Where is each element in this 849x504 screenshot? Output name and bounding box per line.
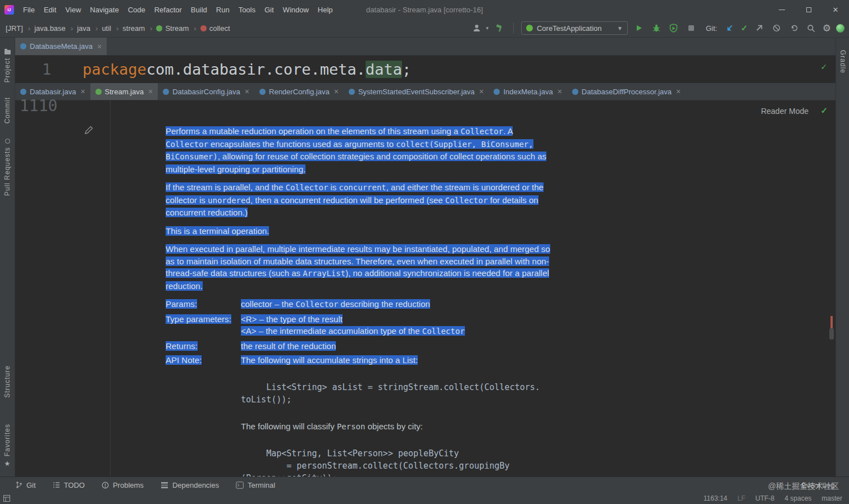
toolwindow-button[interactable]: Commit bbox=[3, 97, 11, 123]
rollback-icon[interactable] bbox=[788, 22, 800, 34]
todo-toolwindow-button[interactable]: TODO bbox=[53, 481, 85, 489]
statusbar-widget[interactable]: 4 spaces bbox=[784, 494, 811, 502]
editor-tab[interactable]: DatabasirConfig.java × bbox=[158, 83, 254, 100]
no-entry-icon[interactable] bbox=[770, 22, 783, 34]
update-project-icon[interactable] bbox=[723, 22, 736, 34]
breadcrumb-item[interactable]: Stream bbox=[146, 23, 190, 34]
editor-gutter[interactable]: 1110 bbox=[15, 100, 111, 476]
doc-returns-label: Returns: bbox=[166, 341, 198, 351]
menu-item[interactable]: Edit bbox=[39, 3, 61, 16]
breadcrumb-item[interactable]: [JRT] bbox=[4, 23, 24, 34]
menu-item[interactable]: Refactor bbox=[150, 3, 186, 16]
toolwindow-button[interactable]: Pull Requests bbox=[3, 139, 11, 196]
top-editor-line[interactable]: 1 package com.databasir.core.meta.data; … bbox=[15, 56, 836, 83]
doc-apinote-row: API Note: The following will accumulate … bbox=[166, 354, 592, 366]
tab-close-icon[interactable]: × bbox=[676, 88, 681, 95]
run-config-select[interactable]: CoreTestApplication ▼ bbox=[521, 21, 628, 35]
minimize-button[interactable] bbox=[768, 0, 795, 19]
editor-tab[interactable]: RenderConfig.java × bbox=[254, 83, 344, 100]
statusbar-widget[interactable]: UTF-8 bbox=[755, 494, 774, 502]
doc-paragraph: This is a terminal operation. bbox=[166, 225, 556, 237]
close-button[interactable]: ✕ bbox=[822, 0, 849, 19]
run-icon[interactable] bbox=[633, 22, 645, 34]
editor-tab[interactable]: DatabaseMeta.java × bbox=[15, 38, 107, 55]
dependencies-toolwindow-button[interactable]: Dependencies bbox=[161, 481, 219, 489]
doc-code-block: List<String> asList = stringStream.colle… bbox=[241, 381, 819, 406]
maximize-button[interactable] bbox=[795, 0, 822, 19]
menu-item[interactable]: Help bbox=[313, 3, 337, 16]
git-toolwindow-button[interactable]: Git bbox=[16, 481, 36, 489]
breadcrumb-label: Stream bbox=[165, 24, 189, 33]
stop-icon[interactable] bbox=[685, 22, 697, 34]
coverage-icon[interactable] bbox=[668, 22, 680, 34]
statusbar-widget[interactable]: master bbox=[821, 494, 842, 502]
statusbar-widget[interactable]: 1163:14 bbox=[704, 494, 728, 502]
tab-close-icon[interactable]: × bbox=[97, 43, 102, 51]
editor-tab[interactable]: Stream.java × bbox=[90, 83, 158, 100]
tab-label: IndexMeta.java bbox=[503, 88, 553, 96]
breadcrumb-item[interactable]: java bbox=[67, 23, 92, 34]
file-type-icon bbox=[20, 89, 26, 95]
menu-item[interactable]: Run bbox=[212, 3, 234, 16]
menu-item[interactable]: Git bbox=[260, 3, 279, 16]
editor-tab[interactable]: DatabaseDiffProcessor.java × bbox=[567, 83, 686, 100]
debug-icon[interactable] bbox=[650, 22, 663, 34]
tab-close-icon[interactable]: × bbox=[148, 88, 153, 95]
top-editor-tabs: DatabaseMeta.java × bbox=[15, 38, 836, 56]
tab-close-icon[interactable]: × bbox=[558, 88, 562, 95]
menu-item[interactable]: Code bbox=[124, 3, 150, 16]
tab-close-icon[interactable]: × bbox=[80, 88, 85, 95]
problems-toolwindow-button[interactable]: Problems bbox=[102, 481, 144, 489]
editor-tab[interactable]: IndexMeta.java × bbox=[489, 83, 567, 100]
doc-typeparam-a: <A> – the intermediate accumulation type… bbox=[241, 326, 465, 336]
menu-item[interactable]: File bbox=[19, 3, 39, 16]
breadcrumb-item[interactable]: java.base bbox=[24, 23, 67, 34]
menu-item[interactable]: Build bbox=[186, 3, 212, 16]
toolwindow-label: Structure bbox=[3, 365, 11, 398]
menu-item[interactable]: Tools bbox=[234, 3, 260, 16]
search-icon[interactable] bbox=[805, 22, 818, 34]
reader-mode-label[interactable]: Reader Mode bbox=[761, 106, 809, 118]
terminal-icon bbox=[236, 482, 244, 489]
menu-item[interactable]: Window bbox=[279, 3, 313, 16]
event-log-button[interactable]: Event Log bbox=[801, 481, 834, 489]
breadcrumb-item[interactable]: util bbox=[92, 23, 112, 34]
editor-tab[interactable]: SystemStartedEventSubscriber.java × bbox=[344, 83, 489, 100]
menu-item[interactable]: View bbox=[61, 3, 85, 16]
tab-close-icon[interactable]: × bbox=[245, 88, 249, 95]
breadcrumb-item[interactable]: stream bbox=[112, 23, 146, 34]
toolwindow-label: Commit bbox=[3, 97, 11, 123]
editor-tabs: Databasir.java × Stream.java × Databasir… bbox=[15, 83, 836, 100]
scrollbar-thumb[interactable] bbox=[829, 328, 834, 340]
code-with-me-icon[interactable] bbox=[836, 24, 845, 33]
toolwindow-button[interactable]: Structure bbox=[3, 365, 11, 398]
inspections-ok-icon[interactable]: ✓ bbox=[820, 104, 828, 117]
terminal-toolwindow-button[interactable]: Terminal bbox=[236, 481, 275, 489]
file-type-icon bbox=[349, 89, 355, 95]
toolwindow-icon bbox=[5, 139, 10, 144]
toolwindow-label: Gradle bbox=[839, 50, 847, 74]
build-hammer-icon[interactable] bbox=[494, 22, 506, 34]
settings-gear-icon[interactable]: ⚙ bbox=[823, 24, 831, 33]
push-icon[interactable] bbox=[753, 22, 765, 34]
error-stripe-mark[interactable] bbox=[830, 316, 833, 328]
toolwindow-button[interactable]: Project bbox=[3, 50, 11, 83]
commit-check-icon[interactable]: ✓ bbox=[741, 23, 748, 33]
breadcrumb-item[interactable]: collect bbox=[190, 23, 231, 34]
toolwindow-button[interactable]: Favorites bbox=[3, 424, 11, 468]
inspections-ok-icon[interactable]: ✓ bbox=[821, 61, 827, 72]
menu-item[interactable]: Navigate bbox=[85, 3, 123, 16]
doc-paragraph: The following will classify Person objec… bbox=[241, 420, 819, 433]
edit-comment-pencil-icon[interactable] bbox=[84, 125, 94, 138]
toolwindow-button-gradle[interactable]: Gradle bbox=[839, 50, 847, 74]
spring-boot-icon bbox=[526, 25, 533, 31]
javadoc-pane[interactable]: Reader Mode ✓ Performs a mutable reducti… bbox=[111, 100, 836, 476]
tab-close-icon[interactable]: × bbox=[479, 88, 483, 95]
toolwindow-toggle-icon[interactable] bbox=[3, 495, 10, 502]
profile-icon[interactable] bbox=[471, 22, 483, 34]
error-stripe[interactable] bbox=[828, 100, 836, 476]
statusbar-widget[interactable]: LF bbox=[737, 494, 745, 502]
toolwindow-label: Favorites bbox=[3, 424, 11, 456]
file-type-icon bbox=[259, 89, 266, 95]
tab-close-icon[interactable]: × bbox=[334, 88, 339, 95]
